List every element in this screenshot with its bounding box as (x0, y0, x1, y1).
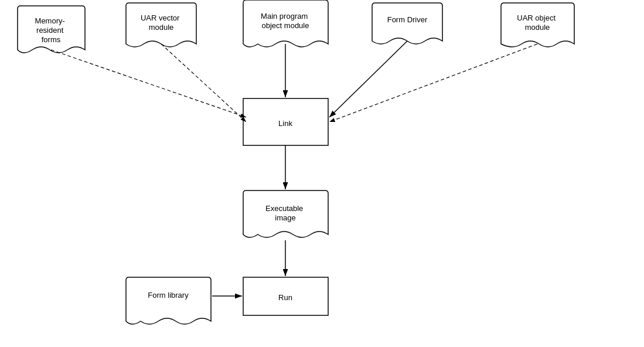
arrow-form-driver-to-link (329, 41, 407, 117)
node-main-program-label: Main program object module (261, 12, 310, 30)
arrow-uar-object-to-link (329, 44, 537, 122)
node-link-label: Link (278, 119, 292, 128)
node-form-driver: Form Driver (372, 3, 442, 44)
node-form-driver-label: Form Driver (387, 15, 428, 24)
node-uar-object: UAR object module (501, 3, 574, 47)
node-uar-vector: UAR vector module (126, 3, 196, 47)
arrow-memory-to-link (51, 50, 246, 117)
node-run-label: Run (278, 293, 292, 302)
node-run: Run (243, 277, 328, 315)
node-form-library: Form library (126, 277, 211, 324)
node-main-program: Main program object module (243, 0, 328, 47)
node-executable: Executable image (243, 190, 328, 237)
arrow-uar-vector-to-link (161, 44, 246, 122)
node-memory-resident: Memory- resident forms (18, 6, 85, 53)
node-form-library-label: Form library (148, 291, 189, 300)
node-link: Link (243, 98, 328, 145)
